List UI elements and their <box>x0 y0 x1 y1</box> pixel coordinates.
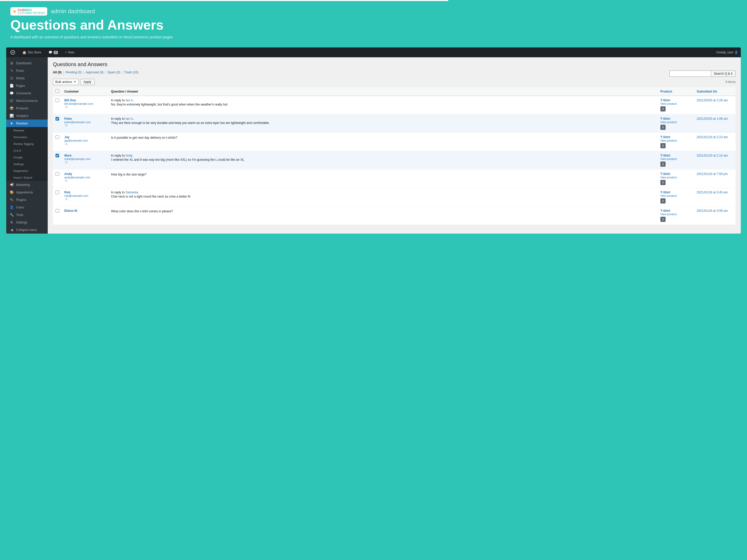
product-name[interactable]: T-Shirt <box>660 209 692 213</box>
col-header-qa: Question / Answer <box>108 87 658 96</box>
date-cell: 2021/02/03 at 1:08 am <box>694 114 736 133</box>
customer-email[interactable]: rob@example.com <box>64 194 106 197</box>
customer-name[interactable]: Jay <box>64 135 106 139</box>
customer-email[interactable]: mark@example.com <box>64 157 106 160</box>
sidebar-item-plugins[interactable]: 🔌 Plugins <box>6 196 48 204</box>
customer-rating: ::1 <box>64 197 106 201</box>
row-checkbox-cell <box>53 114 62 133</box>
bulk-actions-select[interactable]: Bulk actions <box>53 79 79 85</box>
row-checkbox[interactable] <box>55 209 59 213</box>
product-link[interactable]: View product <box>660 102 692 105</box>
row-checkbox[interactable] <box>55 191 59 194</box>
sidebar-item-marketing[interactable]: 📢 Marketing <box>6 181 48 188</box>
reply-to-link[interactable]: Ian A. <box>126 99 134 102</box>
product-link[interactable]: View product <box>660 194 692 197</box>
reply-to-link[interactable]: Andy <box>125 154 132 157</box>
tools-icon: 🔧 <box>9 213 14 217</box>
customer-name[interactable]: Rob <box>64 191 106 194</box>
sidebar-item-google[interactable]: Google <box>6 154 48 161</box>
customer-email[interactable]: jay@example.com <box>64 139 106 142</box>
customer-rating: ::1 <box>64 160 106 164</box>
sidebar-item-tools[interactable]: 🔧 Tools <box>6 211 48 218</box>
sidebar-item-reviews-sub[interactable]: Reviews <box>6 127 48 134</box>
sidebar-item-users[interactable]: 👤 Users <box>6 204 48 211</box>
row-checkbox[interactable] <box>55 154 59 157</box>
col-header-date[interactable]: Submitted On <box>694 87 736 96</box>
sidebar-item-media[interactable]: ⊡ Media <box>6 74 48 82</box>
search-input[interactable] <box>669 71 711 77</box>
product-link[interactable]: View product <box>660 176 692 179</box>
filter-approved[interactable]: Approved (9) <box>85 71 103 74</box>
sidebar-item-appearance[interactable]: 🎨 Appearance <box>6 188 48 196</box>
filter-all[interactable]: All (9) <box>53 71 61 74</box>
reply-to: In reply to Ian A.. <box>111 117 655 121</box>
product-name[interactable]: T-Shirt <box>660 172 692 176</box>
sidebar-item-qa[interactable]: Q & A <box>6 147 48 154</box>
comment-item[interactable]: 💬 0 <box>47 48 59 57</box>
sidebar-label-reviews: Reviews <box>16 122 28 125</box>
select-all-checkbox[interactable] <box>55 89 59 93</box>
sidebar-item-woocommerce[interactable]: 🛒 WooCommerce <box>6 97 48 105</box>
sidebar-item-settings-sub[interactable]: Settings <box>6 161 48 167</box>
customer-cell: Bill Doe bill.doe@example.com ::1 <box>62 96 108 114</box>
customer-name[interactable]: Peter <box>64 117 106 121</box>
wp-icon-item[interactable]: W <box>9 48 17 57</box>
sidebar-item-reminders[interactable]: Reminders <box>6 134 48 140</box>
question-text: Is it possible to get next day delivery … <box>111 136 655 139</box>
customer-name[interactable]: Andy <box>64 172 106 176</box>
product-name[interactable]: T-Shirt <box>660 99 692 102</box>
filter-trash[interactable]: Trash (10) <box>124 71 138 74</box>
search-button[interactable]: Search Q & A <box>711 71 736 77</box>
product-name[interactable]: T-Shirt <box>660 135 692 139</box>
sidebar-item-dashboard[interactable]: ⊞ Dashboard <box>6 59 48 67</box>
customer-email[interactable]: bill.doe@example.com <box>64 102 106 105</box>
product-link[interactable]: View product <box>660 213 692 216</box>
reply-to-link[interactable]: Samanta <box>126 191 138 194</box>
customer-name[interactable]: Mark <box>64 154 106 157</box>
customer-cell: Andy andy@example.com ::1 <box>62 169 108 188</box>
apply-button[interactable]: Apply <box>80 79 95 85</box>
row-checkbox[interactable] <box>55 99 59 102</box>
product-name[interactable]: T-Shirt <box>660 191 692 194</box>
customer-email[interactable]: andy@example.com <box>64 176 106 179</box>
product-name[interactable]: T-Shirt <box>660 154 692 157</box>
filter-spam[interactable]: Spam (0) <box>107 71 120 74</box>
row-checkbox[interactable] <box>55 172 59 176</box>
sidebar-item-import-export[interactable]: Import / Export <box>6 174 48 181</box>
row-checkbox-cell <box>53 133 62 151</box>
col-header-product[interactable]: Product <box>658 87 694 96</box>
site-name-item[interactable]: 🏠 Sky Store <box>21 48 43 57</box>
sidebar-item-analytics[interactable]: 📊 Analytics <box>6 112 48 119</box>
filter-pending[interactable]: Pending (0) <box>66 71 81 74</box>
table-row: Bill Doe bill.doe@example.com ::1 In rep… <box>53 96 736 114</box>
reviews-sub-label: Reviews <box>14 129 24 132</box>
sidebar-item-reviews[interactable]: ★ Reviews <box>6 119 48 127</box>
sidebar-item-pages[interactable]: 📄 Pages <box>6 82 48 89</box>
sidebar-item-posts[interactable]: ✎ Posts <box>6 67 48 74</box>
product-badge: 9 <box>660 143 666 148</box>
product-link[interactable]: View product <box>660 121 692 124</box>
product-link[interactable]: View product <box>660 157 692 160</box>
sidebar-item-comments[interactable]: 💬 Comments <box>6 89 48 97</box>
row-checkbox-cell <box>53 169 62 188</box>
customer-name[interactable]: Elaine M. <box>64 209 106 213</box>
row-checkbox[interactable] <box>55 117 59 121</box>
sidebar-item-diagnostics[interactable]: Diagnostics <box>6 167 48 174</box>
house-icon: 🏠 <box>22 51 26 54</box>
google-label: Google <box>14 156 23 159</box>
sidebar-item-review-tagging[interactable]: Review Tagging <box>6 140 48 147</box>
sidebar-item-products[interactable]: 📦 Products <box>6 105 48 112</box>
row-checkbox[interactable] <box>55 135 59 139</box>
settings-icon: ⚙ <box>9 220 14 224</box>
new-item[interactable]: + New <box>63 48 76 57</box>
customer-name[interactable]: Bill Doe <box>64 99 106 102</box>
sidebar-item-settings[interactable]: ⚙ Settings <box>6 218 48 226</box>
product-cell: T-Shirt View product 9 <box>658 169 694 188</box>
sidebar-item-collapse[interactable]: ◀ Collapse menu <box>6 226 48 234</box>
submitted-date: 2021/02/03 at 2:26 am <box>697 99 733 102</box>
product-name[interactable]: T-Shirt <box>660 117 692 121</box>
table-row: Andy andy@example.com ::1 How big is the… <box>53 169 736 188</box>
customer-email[interactable]: peter@example.com <box>64 121 106 124</box>
product-link[interactable]: View product <box>660 139 692 142</box>
reply-to-link[interactable]: Ian A. <box>126 117 134 121</box>
